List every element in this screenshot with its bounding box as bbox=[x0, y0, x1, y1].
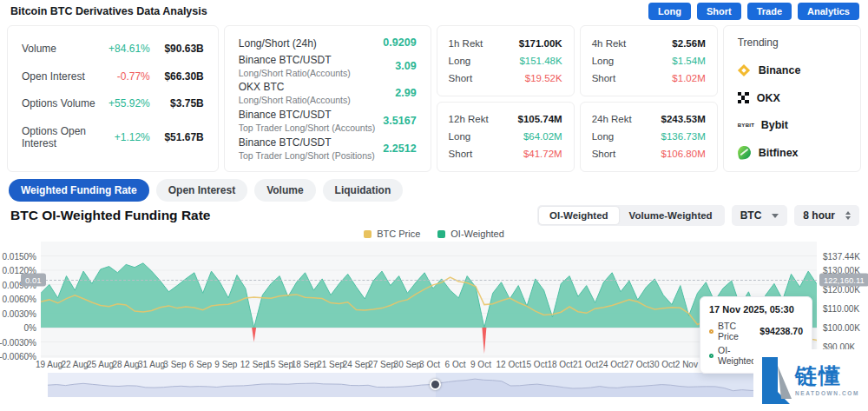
analytics-button[interactable]: Analytics bbox=[798, 3, 859, 20]
x-axis-tick-label: 3 Oct bbox=[419, 360, 440, 369]
y-axis-left-label: 0% bbox=[0, 323, 36, 333]
x-axis-tick-label: 30 Sep bbox=[394, 360, 422, 369]
legend-item-oi-weighted[interactable]: OI-Weighted bbox=[437, 229, 504, 239]
tab-liquidation[interactable]: Liquidation bbox=[323, 179, 404, 202]
ratio-row: Binance BTC/USDTTop Trader Long/Short (P… bbox=[239, 136, 417, 161]
trending-item-bybit[interactable]: BYBIT Bybit bbox=[738, 119, 846, 131]
stat-label: Open Interest bbox=[22, 70, 85, 83]
tab-volume[interactable]: Volume bbox=[254, 179, 315, 202]
legend-item-btc-price[interactable]: BTC Price bbox=[364, 229, 420, 239]
long-button[interactable]: Long bbox=[648, 3, 691, 20]
y-axis-right-label: $110.00K bbox=[823, 304, 859, 314]
trending-item-label: Bitfinex bbox=[759, 147, 799, 159]
short-button[interactable]: Short bbox=[697, 3, 741, 20]
ratio-label: OKX BTC bbox=[239, 81, 351, 94]
volume-weighted-option[interactable]: Volume-Weighted bbox=[619, 207, 723, 224]
x-axis-tick-label: 18 Oct bbox=[547, 360, 572, 369]
tab-weighted-funding-rate[interactable]: Weighted Funding Rate bbox=[9, 179, 149, 202]
rekt-card-24h: 24h Rekt$243.53M Long$136.73M Short$106.… bbox=[580, 102, 718, 173]
rekt-total: $171.00K bbox=[519, 38, 562, 49]
rekt-title: 24h Rekt bbox=[592, 114, 632, 124]
rekt-short-value: $106.80M bbox=[661, 149, 706, 159]
rekt-long-label: Long bbox=[449, 56, 471, 66]
crosshair-line bbox=[41, 280, 817, 281]
rekt-total: $243.53M bbox=[661, 114, 706, 124]
ratio-label: Binance BTC/USDT bbox=[239, 54, 351, 67]
y-axis-right-label: $100.00K bbox=[823, 323, 860, 333]
tooltip-label: BTC Price bbox=[718, 321, 755, 341]
rekt-grid: 1h Rekt$171.00K Long$151.48K Short$19.52… bbox=[437, 25, 718, 172]
rekt-short-label: Short bbox=[449, 73, 473, 83]
tooltip-row: BTC Price $94238.70 bbox=[709, 321, 803, 341]
chart-legend: BTC Price OI-Weighted bbox=[0, 229, 868, 239]
navigator-handle[interactable] bbox=[430, 379, 441, 390]
crosshair-left-badge: 0.01 bbox=[21, 274, 46, 287]
stat-value: $90.63B bbox=[150, 43, 204, 55]
stat-row: Open Interest -0.77%$66.30B bbox=[22, 70, 204, 83]
rekt-short-label: Short bbox=[592, 149, 616, 159]
stat-value: $3.75B bbox=[150, 97, 204, 109]
trade-button[interactable]: Trade bbox=[747, 3, 792, 20]
ratio-value: 2.99 bbox=[395, 87, 416, 99]
interval-select[interactable]: 8 hour bbox=[794, 205, 859, 226]
rekt-long-value: $136.73M bbox=[661, 131, 706, 142]
x-axis-tick-label: 12 Oct bbox=[496, 360, 522, 369]
x-axis-tick-label: 19 Aug bbox=[36, 360, 62, 369]
rekt-short-label: Short bbox=[449, 149, 473, 159]
legend-label: OI-Weighted bbox=[450, 229, 504, 239]
y-axis-left-label: 0.0030% bbox=[0, 308, 36, 318]
ratio-label: Binance BTC/USDT bbox=[239, 136, 375, 149]
stat-change: -0.77% bbox=[117, 70, 150, 83]
chart-navigator[interactable] bbox=[48, 373, 858, 397]
trending-item-okx[interactable]: OKX bbox=[738, 92, 846, 104]
chart-tabs: Weighted Funding Rate Open Interest Volu… bbox=[9, 179, 403, 202]
rekt-long-label: Long bbox=[592, 56, 615, 66]
binance-icon bbox=[738, 63, 751, 76]
rekt-title: 1h Rekt bbox=[449, 38, 483, 49]
trending-card: Trending Binance OKX BYBIT Bybit Bitfine… bbox=[723, 25, 861, 172]
rekt-long-value: $151.48K bbox=[519, 56, 562, 66]
legend-swatch bbox=[437, 230, 445, 238]
watermark-logo-icon bbox=[757, 354, 795, 408]
x-axis-tick-label: 9 Oct bbox=[470, 360, 491, 369]
stat-value: $66.30B bbox=[150, 70, 204, 83]
tab-open-interest[interactable]: Open Interest bbox=[156, 179, 247, 202]
rekt-long-label: Long bbox=[592, 131, 615, 142]
trending-item-bitfinex[interactable]: Bitfinex bbox=[738, 146, 846, 159]
trending-item-label: OKX bbox=[757, 92, 780, 104]
rekt-short-value: $41.72M bbox=[523, 149, 562, 159]
x-axis-tick-label: 31 Aug bbox=[138, 360, 165, 369]
symbol-select-value: BTC bbox=[740, 209, 762, 222]
ratio-row: OKX BTCLong/Short Ratio(Accounts) 2.99 bbox=[239, 81, 417, 105]
x-axis-tick-label: 21 Sep bbox=[317, 360, 345, 369]
weight-toggle: OI-Weighted Volume-Weighted bbox=[537, 205, 725, 226]
rekt-title: 4h Rekt bbox=[592, 38, 627, 49]
oi-weighted-option[interactable]: OI-Weighted bbox=[539, 207, 619, 224]
rekt-total: $105.74M bbox=[518, 114, 562, 124]
y-axis-right-label: $137.44K bbox=[823, 251, 860, 261]
okx-icon bbox=[738, 92, 749, 103]
stats-cards-row: Volume +84.61%$90.63B Open Interest -0.7… bbox=[7, 25, 861, 172]
stat-change: +1.12% bbox=[115, 131, 150, 143]
navigator-canvas bbox=[48, 373, 858, 397]
tooltip-date: 17 Nov 2025, 05:30 bbox=[709, 304, 803, 315]
trending-item-binance[interactable]: Binance bbox=[738, 63, 846, 76]
rekt-long-label: Long bbox=[449, 131, 471, 142]
ratio-sublabel: Top Trader Long/Short (Accounts) bbox=[239, 123, 376, 133]
chart-header: BTC OI-Weighted Funding Rate OI-Weighted… bbox=[0, 205, 868, 226]
x-axis-tick-label: 18 Sep bbox=[292, 360, 319, 369]
ratio-row: Long/Short (24h) 0.9209 bbox=[239, 35, 417, 50]
trending-item-label: Bybit bbox=[761, 119, 788, 131]
ratio-sublabel: Long/Short Ratio(Accounts) bbox=[239, 95, 351, 105]
page-title: Bitcoin BTC Derivatives Data Analysis bbox=[10, 5, 207, 17]
y-axis-left-label: 0.0060% bbox=[0, 295, 36, 304]
x-axis-tick-label: 28 Aug bbox=[112, 360, 139, 369]
symbol-select[interactable]: BTC bbox=[732, 205, 788, 226]
long-short-ratio-card: Long/Short (24h) 0.9209 Binance BTC/USDT… bbox=[224, 25, 431, 172]
ratio-label: Long/Short (24h) bbox=[239, 37, 317, 50]
stat-label: Volume bbox=[22, 43, 56, 55]
y-axis-left-label: -0.0030% bbox=[0, 337, 36, 347]
ratio-value: 3.5167 bbox=[383, 115, 416, 127]
oi-weighted-marker-icon bbox=[709, 354, 713, 358]
stat-value: $51.67B bbox=[150, 131, 204, 143]
